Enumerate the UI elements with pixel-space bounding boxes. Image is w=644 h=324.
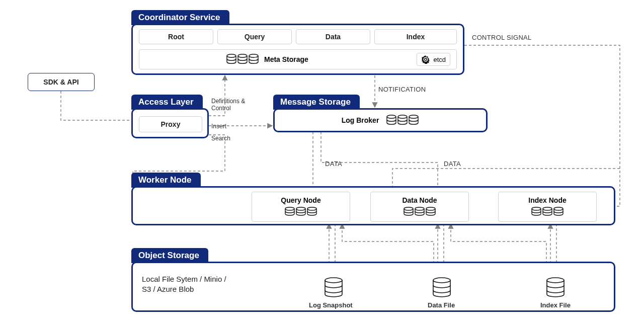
access-layer-panel: Access Layer Proxy <box>131 108 209 138</box>
coordinator-tab-root-label: Root <box>168 33 184 41</box>
svg-point-14 <box>554 207 563 210</box>
svg-point-9 <box>404 207 413 210</box>
control-signal-label: CONTROL SIGNAL <box>472 34 532 41</box>
notification-label: NOTIFICATION <box>378 86 426 93</box>
object-storage-desc-2: S3 / Azure Blob <box>142 284 226 294</box>
meta-storage-label: Meta Storage <box>264 55 308 63</box>
data-node-label: Data Node <box>371 196 468 204</box>
index-file-label: Index File <box>540 301 571 309</box>
object-storage-desc-1: Local File Sytem / Minio / <box>142 274 226 284</box>
svg-point-4 <box>398 115 407 118</box>
svg-point-17 <box>547 278 564 283</box>
object-storage-desc: Local File Sytem / Minio / S3 / Azure Bl… <box>142 274 226 295</box>
svg-point-2 <box>249 54 258 57</box>
object-storage-title: Object Storage <box>131 248 208 263</box>
svg-point-5 <box>409 115 418 118</box>
worker-node-panel: Worker Node Query Node Data Node Index N… <box>131 186 615 225</box>
svg-point-12 <box>532 207 541 210</box>
log-snapshot-label: Log Snapshot <box>309 301 353 309</box>
svg-point-13 <box>543 207 552 210</box>
meta-storage-row: Meta Storage etcd <box>139 49 457 69</box>
definitions-label-1: Definitions & <box>211 98 245 105</box>
sdk-api-label: SDK & API <box>43 78 78 86</box>
svg-point-11 <box>426 207 435 210</box>
search-label: Search <box>211 135 230 142</box>
index-file-db-icon <box>545 277 569 298</box>
access-layer-title: Access Layer <box>131 95 203 110</box>
data-file-db-icon <box>432 277 455 298</box>
message-storage-panel: Message Storage Log Broker <box>273 108 488 132</box>
svg-point-10 <box>415 207 424 210</box>
sdk-api-box: SDK & API <box>28 73 95 91</box>
index-file-group <box>545 277 569 298</box>
coordinator-tab-query-label: Query <box>245 33 265 41</box>
worker-node-title: Worker Node <box>131 173 201 188</box>
query-node-label: Query Node <box>252 196 350 204</box>
object-storage-panel: Object Storage Local File Sytem / Minio … <box>131 262 615 312</box>
query-node-db-icon <box>284 206 317 217</box>
data-file-label: Data File <box>428 301 455 309</box>
insert-label: Insert <box>211 123 226 130</box>
data-label-2: DATA <box>444 160 461 168</box>
svg-point-8 <box>307 207 316 210</box>
svg-point-16 <box>433 278 450 283</box>
svg-point-3 <box>387 115 396 118</box>
coordinator-tab-index-label: Index <box>407 33 425 41</box>
coordinator-tab-root: Root <box>139 29 213 44</box>
svg-point-1 <box>238 54 247 57</box>
svg-point-0 <box>227 54 236 57</box>
data-label-1: DATA <box>325 160 342 168</box>
proxy-box: Proxy <box>139 116 202 132</box>
coordinator-tab-data-label: Data <box>326 33 341 41</box>
index-node-box: Index Node <box>498 192 597 222</box>
data-file-group <box>432 277 455 298</box>
svg-point-15 <box>325 278 342 283</box>
etcd-box: etcd <box>417 53 450 66</box>
log-broker-db-icon <box>386 114 419 126</box>
coordinator-service-title: Coordinator Service <box>131 10 229 25</box>
log-broker-label: Log Broker <box>342 116 379 124</box>
svg-point-7 <box>296 207 305 210</box>
proxy-label: Proxy <box>161 120 181 128</box>
gear-icon <box>421 55 430 64</box>
query-node-box: Query Node <box>252 192 350 222</box>
definitions-label-2: Control <box>211 105 231 112</box>
coordinator-tab-index: Index <box>374 29 457 44</box>
data-node-box: Data Node <box>370 192 469 222</box>
coordinator-tab-query: Query <box>217 29 292 44</box>
data-node-db-icon <box>403 206 436 217</box>
coordinator-tab-data: Data <box>296 29 370 44</box>
coordinator-service-panel: Coordinator Service Root Query Data Inde… <box>131 24 464 75</box>
index-node-db-icon <box>531 206 564 217</box>
index-node-label: Index Node <box>499 196 596 204</box>
etcd-label: etcd <box>433 56 446 63</box>
log-snapshot-db-icon <box>317 277 350 298</box>
message-storage-title: Message Storage <box>273 95 360 110</box>
meta-storage-db-icon <box>226 53 259 65</box>
log-snapshot-group <box>317 277 350 298</box>
svg-point-6 <box>285 207 294 210</box>
